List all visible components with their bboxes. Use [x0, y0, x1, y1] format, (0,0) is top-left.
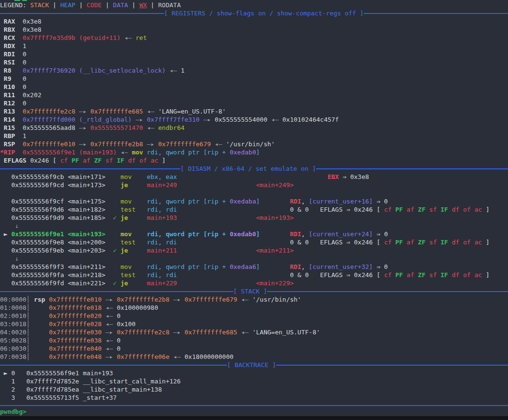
- text-segment: 0x555555571470: [90, 124, 143, 131]
- text-segment: ✓: [113, 214, 121, 221]
- pwndbg-terminal: LEGEND: STACK | HEAP | CODE | DATA | WX …: [0, 0, 508, 416]
- text-segment: —▸: [132, 116, 147, 123]
- section-header-backtrace: [ BACKTRACE ]: [0, 361, 508, 369]
- text-segment: PF: [395, 271, 403, 279]
- text-segment: 0x246 [: [30, 157, 61, 164]
- text-segment: 0: [23, 75, 26, 82]
- text-segment: 0x7ffff7f36920 (__libc_setlocale_lock): [23, 67, 165, 74]
- text-segment: [147, 157, 151, 164]
- text-segment: mov: [120, 173, 131, 180]
- text-segment: ◂—: [237, 296, 252, 303]
- text-segment: ◂—: [267, 116, 282, 123]
- text-segment: 0x7ffff7d785ea __libc_start_main+138: [26, 386, 162, 393]
- text-segment: [392, 271, 395, 279]
- text-segment: IF: [441, 239, 448, 246]
- text-segment: 05:0028: [0, 337, 26, 344]
- text-segment: <main+193>: [256, 214, 293, 221]
- text-segment: 2: [0, 386, 26, 393]
- text-segment: ◂—: [143, 108, 158, 115]
- text-segment: 0x7ffff7e35d9b (getuid+11): [23, 34, 121, 41]
- text-segment: ZF: [418, 239, 426, 246]
- text-segment: 0x7fffffffe2b8: [117, 296, 170, 303]
- disasm-line: 0x55555556f9fd <main+221> ✓ je main+229 …: [0, 279, 508, 287]
- text-segment: CODE: [87, 1, 102, 9]
- text-segment: 0: [23, 100, 26, 107]
- text-segment: 0: [117, 345, 121, 352]
- text-segment: [309, 239, 320, 246]
- text-segment: PF: [72, 157, 79, 164]
- text-segment: 0x55555556f9fa <main+218>: [0, 271, 120, 279]
- text-segment: 0x55555556f9e1 <main+193>: [11, 230, 105, 238]
- previous-output-fragment: [22, 0, 27, 1]
- text-segment: 0x7fffffffe040: [49, 345, 102, 352]
- text-segment: [177, 173, 328, 180]
- text-segment: 0x7fffffffe030: [49, 329, 102, 336]
- text-segment: 07:0038: [0, 353, 26, 360]
- disasm-line: [0, 189, 508, 197]
- text-segment: 0x7fffffffe020: [49, 312, 102, 319]
- text-segment: 0x7ffff7d7852e __libc_start_call_main+12…: [26, 378, 181, 385]
- text-segment: PF: [395, 239, 403, 246]
- text-segment: '/usr/bin/sh': [252, 296, 301, 303]
- command-input[interactable]: [26, 408, 36, 416]
- section-rule: [276, 365, 508, 366]
- legend-line: LEGEND: STACK | HEAP | CODE | DATA | WX …: [0, 1, 508, 9]
- text-segment: ◂—: [102, 337, 116, 344]
- text-segment: [177, 247, 256, 254]
- text-segment: 0x7ffff7ffe310: [147, 116, 200, 123]
- disasm-line: 0x55555556f9cb <main+171> mov ebx, eax E…: [0, 173, 508, 181]
- register-row: RDI 0: [0, 50, 508, 58]
- backtrace-pane: ► 0 0x55555556f9e1 main+193 1 0x7ffff7d7…: [0, 369, 508, 402]
- text-segment: ◂—: [237, 329, 252, 336]
- text-segment: 1: [23, 132, 26, 140]
- text-segment: 0x7fffffffe2c8: [23, 108, 76, 115]
- stack-row: 00:0000│ rsp 0x7fffffffe010 —▸ 0x7ffffff…: [0, 295, 508, 304]
- text-segment: df: [452, 206, 459, 213]
- text-segment: RDX: [0, 42, 23, 50]
- disasm-line: 0x55555556f9d9 <main+185> ✓ je main+193 …: [0, 214, 508, 222]
- text-segment: RSI: [0, 59, 23, 66]
- text-segment: 0: [23, 83, 26, 90]
- command-prompt-line: pwndbg>: [0, 407, 508, 416]
- backtrace-frame: 3 0x5555555713f5 _start+37: [0, 394, 508, 402]
- prompt-label: pwndbg>: [0, 408, 26, 415]
- text-segment: [177, 206, 290, 213]
- text-segment: LEGEND:: [0, 1, 30, 9]
- text-segment: │: [26, 353, 49, 360]
- text-segment: R9: [0, 75, 23, 82]
- text-segment: ac: [474, 271, 482, 279]
- text-segment: 0: [23, 59, 26, 66]
- text-segment: EFLAGS ⇒ 0x246 [: [320, 271, 384, 279]
- text-segment: EFLAGS ⇒ 0x246 [: [320, 239, 384, 246]
- text-segment: 0x55555556f9cb <main+171>: [0, 173, 120, 180]
- text-segment: [392, 206, 395, 213]
- text-segment: of: [140, 157, 147, 164]
- disasm-line: 0x55555556f9cd <main+173> je main+249 <m…: [0, 181, 508, 189]
- stack-row: 02:0010│ 0x7fffffffe020 ◂— 0: [0, 312, 508, 320]
- text-segment: ◂—: [102, 304, 116, 311]
- text-segment: IF: [441, 206, 448, 213]
- text-segment: 0x55555556f9fd <main+221>: [0, 280, 113, 287]
- text-segment: ↓: [0, 255, 19, 262]
- stack-row: 05:0028│ 0x7fffffffe038 ◂— 0: [0, 336, 508, 344]
- text-segment: 0x55555556f9e8 <main+200>: [0, 239, 120, 246]
- text-segment: '/usr/bin/sh': [226, 140, 275, 148]
- backtrace-section-title: [ BACKTRACE ]: [227, 361, 276, 369]
- text-segment: ,: [301, 198, 309, 205]
- text-segment: 0x55555556f9eb <main+203>: [0, 247, 113, 254]
- text-segment: 0x7fffffffe028: [49, 320, 102, 328]
- text-segment: 0x7ffff7ffd000 (_rtld_global): [23, 116, 132, 123]
- text-segment: af: [406, 271, 414, 279]
- stack-pane: 00:0000│ rsp 0x7fffffffe010 —▸ 0x7ffffff…: [0, 295, 508, 361]
- text-segment: —▸: [143, 140, 158, 148]
- text-segment: [459, 206, 463, 213]
- text-segment: 0: [117, 337, 121, 344]
- backtrace-frame: ► 0 0x55555556f9e1 main+193: [0, 369, 508, 377]
- text-segment: ]: [482, 271, 490, 279]
- text-segment: test: [120, 239, 135, 246]
- text-segment: R14: [0, 116, 23, 123]
- text-segment: RODATA: [158, 1, 181, 9]
- text-segment: of: [463, 206, 471, 213]
- text-segment: sf: [429, 271, 437, 279]
- text-segment: ↓: [0, 222, 19, 229]
